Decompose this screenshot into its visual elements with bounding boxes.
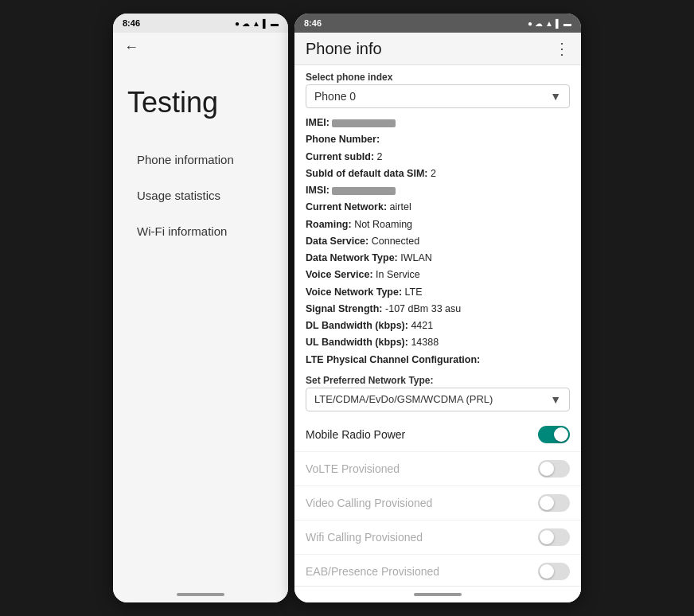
eab-knob <box>540 564 554 579</box>
phone-number-line: Phone Number: <box>306 131 570 148</box>
preferred-network-dropdown[interactable]: LTE/CDMA/EvDo/GSM/WCDMA (PRL) ▼ <box>306 388 570 411</box>
dl-bandwidth-label: DL Bandwidth (kbps): <box>306 320 408 331</box>
cloud-icon-right: ☁ <box>535 19 543 28</box>
whatsapp-icon-right: ● <box>528 19 532 28</box>
phone-index-label: Select phone index <box>306 72 570 83</box>
ul-bandwidth-label: UL Bandwidth (kbps): <box>306 337 408 348</box>
right-status-icons: ● ☁ ▲ ▌ ▬ <box>528 19 571 28</box>
home-indicator <box>177 593 224 596</box>
roaming-label: Roaming: <box>306 219 352 230</box>
dl-bandwidth-line: DL Bandwidth (kbps): 4421 <box>306 318 570 334</box>
voice-network-type-value: LTE <box>405 287 423 298</box>
phone-left: 8:46 ● ☁ ▲ ▌ ▬ ← Testing Phone informati… <box>113 14 288 602</box>
data-network-type-line: Data Network Type: IWLAN <box>306 250 570 267</box>
back-button[interactable]: ← <box>124 39 138 56</box>
data-network-type-value: IWLAN <box>400 252 432 263</box>
voice-service-line: Voice Service: In Service <box>306 267 570 283</box>
current-network-label: Current Network: <box>306 201 387 212</box>
voice-service-value: In Service <box>376 269 420 280</box>
dropdown-arrow-icon: ▼ <box>550 90 561 103</box>
lte-config-label: LTE Physical Channel Configuration: <box>306 354 480 365</box>
left-topbar: ← <box>113 33 288 62</box>
signal-strength-label: Signal Strength: <box>306 303 383 314</box>
mobile-radio-toggle[interactable] <box>538 426 570 443</box>
toggle-row-mobile-radio: Mobile Radio Power <box>294 418 581 452</box>
menu-item-wifi-information[interactable]: Wi-Fi information <box>127 213 274 249</box>
preferred-network-value: LTE/CDMA/EvDo/GSM/WCDMA (PRL) <box>314 393 493 405</box>
phone-index-dropdown[interactable]: Phone 0 ▼ <box>306 84 570 108</box>
toggle-row-volte: VoLTE Provisioned <box>294 452 581 486</box>
toggle-row-video-calling: Video Calling Provisioned <box>294 486 581 520</box>
right-bottom-bar <box>294 586 581 602</box>
left-status-icons: ● ☁ ▲ ▌ ▬ <box>235 19 279 28</box>
right-status-bar: 8:46 ● ☁ ▲ ▌ ▬ <box>294 14 581 33</box>
data-network-type-label: Data Network Type: <box>306 252 398 263</box>
wifi-icon: ▲ <box>252 19 260 28</box>
subid-default-value: 2 <box>431 168 436 179</box>
phone-number-label: Phone Number: <box>306 134 380 145</box>
phone-right: 8:46 ● ☁ ▲ ▌ ▬ Phone info ⋮ Select phone… <box>294 14 581 602</box>
imei-value-blurred <box>332 119 396 127</box>
ul-bandwidth-value: 14388 <box>411 337 439 348</box>
signal-icon-right: ▌ <box>556 19 561 28</box>
cloud-icon: ☁ <box>242 19 250 28</box>
whatsapp-icon: ● <box>235 19 240 28</box>
video-calling-knob <box>540 496 554 510</box>
data-service-line: Data Service: Connected <box>306 233 570 250</box>
eab-toggle[interactable] <box>538 563 570 580</box>
toggle-row-eab: EAB/Presence Provisioned <box>294 555 581 586</box>
roaming-line: Roaming: Not Roaming <box>306 216 570 233</box>
data-service-value: Connected <box>372 236 419 247</box>
left-time: 8:46 <box>123 18 140 28</box>
eab-label: EAB/Presence Provisioned <box>306 565 439 578</box>
right-topbar: Phone info ⋮ <box>294 33 581 65</box>
battery-icon: ▬ <box>271 19 279 28</box>
current-subid-line: Current subId: 2 <box>306 149 570 166</box>
volte-label: VoLTE Provisioned <box>306 462 400 475</box>
dl-bandwidth-value: 4421 <box>411 320 433 331</box>
current-subid-value: 2 <box>377 151 383 162</box>
voice-network-type-line: Voice Network Type: LTE <box>306 284 570 301</box>
wifi-calling-toggle[interactable] <box>538 528 570 546</box>
left-status-bar: 8:46 ● ☁ ▲ ▌ ▬ <box>113 14 288 33</box>
signal-strength-line: Signal Strength: -107 dBm 33 asu <box>306 301 570 318</box>
signal-icon: ▌ <box>263 19 268 28</box>
wifi-calling-knob <box>540 530 554 544</box>
video-calling-toggle[interactable] <box>538 494 570 512</box>
imsi-value-blurred <box>332 187 396 195</box>
roaming-value: Not Roaming <box>354 219 412 230</box>
toggle-row-wifi-calling: Wifi Calling Provisioned <box>294 520 581 555</box>
right-content: Select phone index Phone 0 ▼ IMEI: Phone… <box>294 65 581 586</box>
menu-item-usage-statistics[interactable]: Usage statistics <box>127 177 274 213</box>
voice-service-label: Voice Service: <box>306 269 373 280</box>
battery-icon-right: ▬ <box>563 19 571 28</box>
imsi-label: IMSI: <box>306 185 329 196</box>
subid-default-line: SubId of default data SIM: 2 <box>306 166 570 182</box>
mobile-radio-label: Mobile Radio Power <box>306 428 405 441</box>
mobile-radio-knob <box>554 427 568 442</box>
phone-index-value: Phone 0 <box>314 90 356 103</box>
volte-toggle[interactable] <box>538 460 570 478</box>
screens-container: 8:46 ● ☁ ▲ ▌ ▬ ← Testing Phone informati… <box>113 14 581 602</box>
volte-knob <box>540 462 554 476</box>
left-bottom-bar <box>113 587 288 602</box>
left-main: Testing Phone information Usage statisti… <box>113 62 288 587</box>
voice-network-type-label: Voice Network Type: <box>306 287 402 298</box>
imei-line: IMEI: <box>306 115 570 131</box>
wifi-calling-label: Wifi Calling Provisioned <box>306 531 423 544</box>
lte-config-line: LTE Physical Channel Configuration: <box>306 352 570 368</box>
toggle-rows: Mobile Radio Power VoLTE Provisioned Vid… <box>294 418 581 586</box>
page-title: Phone info <box>306 40 382 58</box>
topbar-left: Phone info <box>306 40 382 58</box>
right-home-indicator <box>414 593 462 596</box>
wifi-icon-right: ▲ <box>545 19 553 28</box>
menu-item-phone-information[interactable]: Phone information <box>127 142 274 177</box>
imsi-line: IMSI: <box>306 182 570 199</box>
subid-default-label: SubId of default data SIM: <box>306 168 427 179</box>
more-options-button[interactable]: ⋮ <box>554 39 570 58</box>
preferred-dropdown-arrow-icon: ▼ <box>550 393 561 406</box>
preferred-network-label: Set Preferred Network Type: <box>294 375 581 386</box>
phone-index-section: Select phone index Phone 0 ▼ IMEI: Phone… <box>294 65 581 375</box>
data-service-label: Data Service: <box>306 236 368 247</box>
ul-bandwidth-line: UL Bandwidth (kbps): 14388 <box>306 334 570 351</box>
